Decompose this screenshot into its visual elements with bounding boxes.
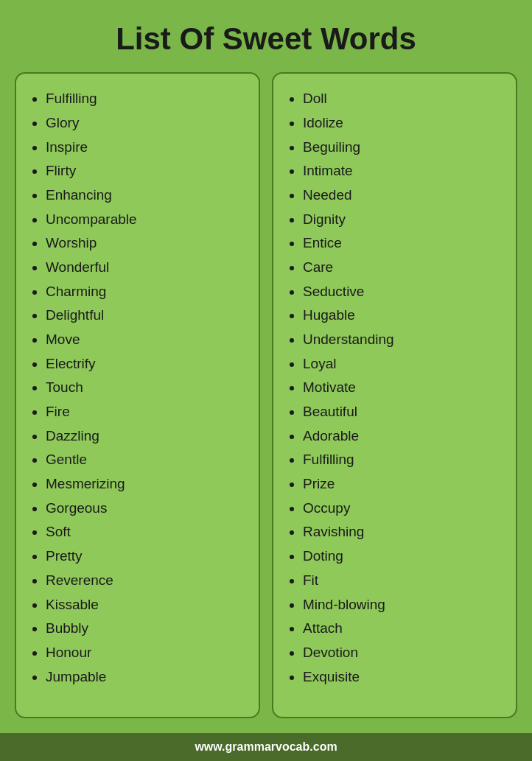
list-item: Fulfilling xyxy=(46,87,247,111)
list-item: Enhancing xyxy=(46,183,247,208)
list-item: Attach xyxy=(303,617,504,641)
lists-container: FulfillingGloryInspireFlirtyEnhancingUnc… xyxy=(0,72,532,733)
list-item: Motivate xyxy=(303,376,504,400)
list-item: Move xyxy=(46,328,247,352)
list-item: Kissable xyxy=(46,593,247,617)
list-item: Jumpable xyxy=(46,665,247,690)
footer-url: www.grammarvocab.com xyxy=(195,740,337,753)
left-word-box: FulfillingGloryInspireFlirtyEnhancingUnc… xyxy=(15,72,260,718)
list-item: Honour xyxy=(46,641,247,665)
list-item: Beautiful xyxy=(303,400,504,424)
list-item: Exquisite xyxy=(303,665,504,690)
list-item: Understanding xyxy=(303,328,504,352)
list-item: Beguiling xyxy=(303,136,504,160)
right-word-list: DollIdolizeBeguilingIntimateNeededDignit… xyxy=(288,87,504,689)
list-item: Pretty xyxy=(46,544,247,569)
list-item: Idolize xyxy=(303,111,504,136)
list-item: Touch xyxy=(46,376,247,400)
page-title: List Of Sweet Words xyxy=(101,0,431,72)
list-item: Adorable xyxy=(303,424,504,449)
list-item: Entice xyxy=(303,231,504,256)
list-item: Worship xyxy=(46,231,247,256)
left-word-list: FulfillingGloryInspireFlirtyEnhancingUnc… xyxy=(31,87,247,689)
list-item: Bubbly xyxy=(46,617,247,641)
list-item: Fire xyxy=(46,400,247,424)
list-item: Dignity xyxy=(303,208,504,232)
list-item: Dazzling xyxy=(46,424,247,449)
list-item: Needed xyxy=(303,183,504,208)
list-item: Gorgeous xyxy=(46,497,247,521)
list-item: Delightful xyxy=(46,304,247,328)
list-item: Doll xyxy=(303,87,504,111)
list-item: Care xyxy=(303,256,504,280)
list-item: Reverence xyxy=(46,569,247,593)
list-item: Flirty xyxy=(46,159,247,183)
list-item: Occupy xyxy=(303,497,504,521)
footer: www.grammarvocab.com xyxy=(0,733,532,761)
list-item: Seductive xyxy=(303,280,504,304)
list-item: Intimate xyxy=(303,159,504,183)
right-word-box: DollIdolizeBeguilingIntimateNeededDignit… xyxy=(272,72,517,718)
list-item: Charming xyxy=(46,280,247,304)
list-item: Fit xyxy=(303,569,504,593)
list-item: Wonderful xyxy=(46,256,247,280)
list-item: Gentle xyxy=(46,448,247,472)
list-item: Uncomparable xyxy=(46,208,247,232)
list-item: Devotion xyxy=(303,641,504,665)
list-item: Hugable xyxy=(303,304,504,328)
list-item: Prize xyxy=(303,472,504,497)
list-item: Loyal xyxy=(303,352,504,376)
list-item: Mind-blowing xyxy=(303,593,504,617)
list-item: Electrify xyxy=(46,352,247,376)
list-item: Fulfilling xyxy=(303,448,504,472)
list-item: Soft xyxy=(46,520,247,544)
list-item: Ravishing xyxy=(303,520,504,544)
list-item: Doting xyxy=(303,544,504,569)
list-item: Inspire xyxy=(46,136,247,160)
list-item: Mesmerizing xyxy=(46,472,247,497)
list-item: Glory xyxy=(46,111,247,136)
